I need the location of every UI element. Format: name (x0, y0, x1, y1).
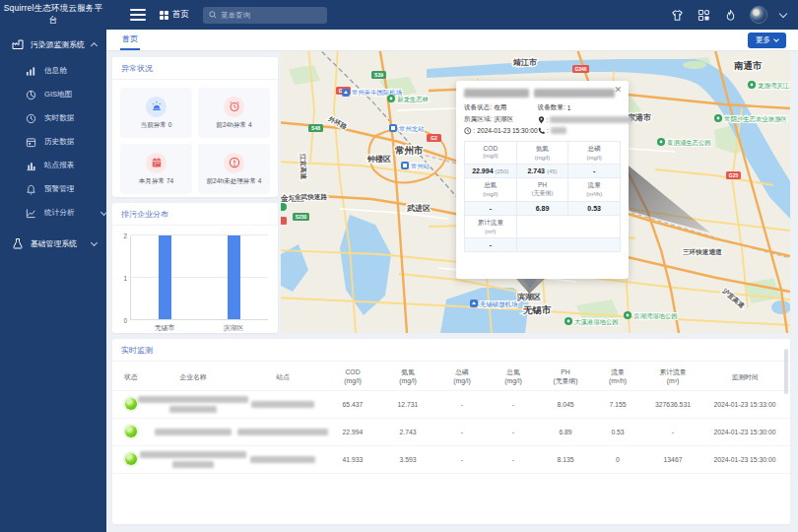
cell-value: 2024-01-23 15:30:00 (703, 456, 786, 463)
location-pin-icon (538, 116, 545, 124)
svg-text:无锡市: 无锡市 (522, 304, 552, 315)
metric-header: 氨氮(mg/l) (517, 142, 569, 165)
table-scrollbar[interactable] (784, 349, 788, 394)
search-input[interactable] (221, 11, 321, 20)
menu-search[interactable] (203, 7, 327, 24)
metric-value: 22.994 (250) (465, 165, 517, 178)
svg-text:新龙生态林: 新龙生态林 (397, 96, 430, 102)
svg-text:钟楼区: 钟楼区 (366, 155, 391, 164)
metric-value: - (568, 165, 620, 178)
history-icon (26, 137, 36, 148)
metric-header: 累计流量(m³) (465, 216, 517, 238)
cell-value: - (435, 401, 489, 408)
table-row[interactable]: 65.43712.731--8.0457.155327636.5312024-0… (112, 391, 790, 419)
cell-value: - (642, 429, 703, 435)
sidebar-item-info-dashboard[interactable]: 信息舱 (0, 59, 106, 83)
cell-value: 2.743 (380, 429, 435, 435)
column-header: 企业名称 (146, 372, 240, 381)
flame-icon[interactable] (723, 8, 737, 22)
redacted-company-name (138, 396, 248, 403)
hamburger-menu-icon[interactable] (130, 9, 146, 21)
cell-value: - (435, 456, 489, 463)
y-tick-label: 2 (123, 233, 127, 239)
sidebar-item-realtime-data[interactable]: 实时数据 (0, 106, 106, 130)
sidebar-item-gis-map[interactable]: GIS地图 (0, 83, 106, 106)
bar-无锡市 (159, 235, 171, 319)
factory-icon (12, 38, 24, 50)
column-header: 氨氮(mg/l) (380, 367, 435, 385)
cell-value: 41.933 (325, 456, 380, 463)
cell-value: 2024-01-23 15:30:00 (703, 429, 786, 435)
redacted-site-name (250, 456, 315, 463)
cell-value: 7.155 (593, 401, 642, 408)
redacted-company-name (155, 429, 232, 435)
sidebar-item-alert-management[interactable]: 预警管理 (0, 177, 106, 201)
sidebar-item-site-report[interactable]: 站点报表 (0, 154, 106, 177)
sidebar-item-history-data[interactable]: 历史数据 (0, 130, 106, 154)
more-button[interactable]: 更多 (748, 33, 786, 48)
theme-shirt-icon[interactable] (670, 8, 684, 22)
svg-text:G25: G25 (729, 172, 739, 178)
svg-text:G346: G346 (574, 66, 586, 72)
svg-text:黄泗浦生态公园: 黄泗浦生态公园 (667, 139, 711, 147)
user-menu-chevron-down-icon[interactable] (779, 9, 787, 17)
table-body: 65.43712.731--8.0457.155327636.5312024-0… (112, 391, 790, 474)
panel-title: 实时监测 (112, 339, 790, 362)
svg-text:常州北站: 常州北站 (399, 125, 425, 133)
metric-value: 0.53 (568, 202, 620, 216)
map-canvas[interactable]: G42 S39 S48 G2 S19 G346 S230 S342 S58 G2… (281, 51, 790, 333)
card-prev-24h-abnormal[interactable]: 前24h异常 4 (198, 88, 270, 138)
cell-value: 6.89 (538, 429, 593, 435)
svg-text:G2: G2 (431, 135, 437, 141)
nav-home[interactable]: 首页 (160, 9, 189, 21)
metric-header: 总氮(mg/l) (465, 178, 517, 202)
redacted-site-name (237, 429, 328, 435)
clock-icon (464, 127, 472, 135)
redacted-company-name (172, 461, 214, 468)
svg-text:常阴沙生态农业旅游区: 常阴沙生态农业旅游区 (724, 115, 788, 123)
stats-icon (26, 208, 36, 219)
datetime-field: :2024-01-23 15:30:00 (464, 127, 538, 135)
status-dot-online (125, 398, 137, 410)
bell-icon (26, 184, 36, 195)
bar-chart: 012 (118, 235, 268, 320)
panel-title: 排污企业分布 (112, 203, 278, 226)
table-row[interactable]: 41.9333.593--8.1350134672024-01-23 15:30… (112, 446, 790, 474)
phone-field: : (538, 127, 633, 135)
status-dot-online (125, 426, 137, 437)
cell-value: 3.593 (380, 456, 435, 463)
cell-value: 22.994 (325, 429, 380, 435)
sidebar-section-base-management[interactable]: 基础管理系统 (0, 229, 106, 258)
redacted-popup-title (464, 89, 621, 98)
sidebar-item-statistics[interactable]: 统计分析 (0, 201, 106, 225)
column-header: 总磷(mg/l) (435, 367, 489, 385)
chart-x-axis: 无锡市滨湖区 (130, 323, 268, 333)
cell-value: 13467 (642, 456, 703, 463)
app-switcher-icon[interactable] (697, 8, 710, 22)
clock-icon (26, 113, 36, 124)
metric-value: - (465, 238, 517, 252)
cell-value: - (489, 429, 538, 435)
metric-value: 6.89 (517, 202, 569, 216)
column-header: 站点 (240, 372, 325, 381)
card-current-abnormal[interactable]: 当前异常 0 (120, 88, 192, 138)
card-unhandled-abnormal[interactable]: 前24h未处理异常 4 (198, 144, 270, 194)
chart-y-axis: 012 (118, 235, 130, 320)
metric-header: COD(mg/l) (465, 142, 517, 165)
svg-text:常州奔牛国际机场: 常州奔牛国际机场 (352, 89, 402, 97)
metric-value: 2.743 (45) (517, 165, 569, 178)
marker-district-label: 滨湖区 (516, 292, 541, 301)
close-icon[interactable]: ✕ (614, 86, 622, 95)
card-month-abnormal[interactable]: 本月异常 74 (120, 144, 192, 194)
cell-value: 2024-01-23 15:33:00 (703, 401, 786, 408)
tab-home[interactable]: 首页 (120, 30, 140, 50)
phone-icon (538, 127, 546, 135)
sidebar-section-pollution-monitoring[interactable]: 污染源监测系统 (0, 30, 106, 59)
redacted-site-name (251, 401, 314, 408)
panel-title: 异常状况 (112, 57, 278, 80)
table-row[interactable]: 22.9942.743--6.890.53-2024-01-23 15:30:0… (112, 419, 790, 446)
device-count-field: 设备数量:1 (538, 103, 633, 112)
user-avatar[interactable] (750, 6, 767, 24)
cell-value: 0.53 (593, 429, 642, 435)
cell-value: 8.135 (538, 456, 593, 463)
